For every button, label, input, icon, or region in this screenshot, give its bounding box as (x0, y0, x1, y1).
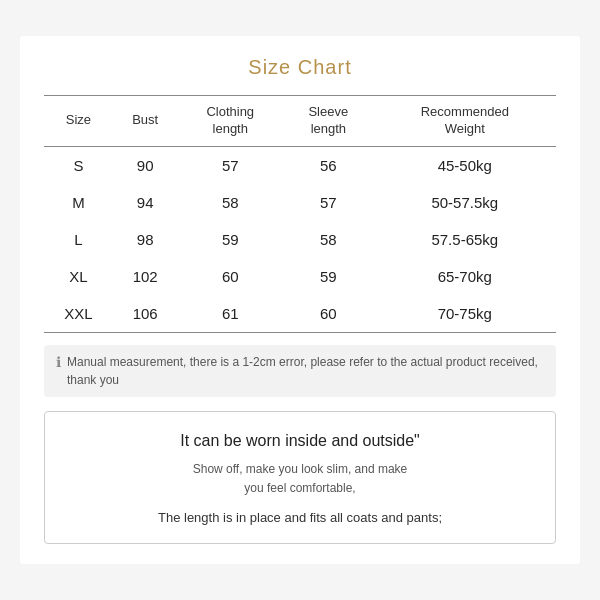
table-cell: XXL (44, 295, 113, 333)
table-row: S90575645-50kg (44, 146, 556, 184)
col-header-clothing-length: Clothinglength (177, 95, 283, 146)
table-cell: 57 (177, 146, 283, 184)
table-cell: 60 (283, 295, 374, 333)
col-header-weight: RecommendedWeight (374, 95, 556, 146)
table-cell: S (44, 146, 113, 184)
table-row: M94585750-57.5kg (44, 184, 556, 221)
promo-box: It can be worn inside and outside" Show … (44, 411, 556, 544)
table-cell: 106 (113, 295, 178, 333)
promo-subtitle: Show off, make you look slim, and makeyo… (61, 460, 539, 498)
promo-title: It can be worn inside and outside" (61, 432, 539, 450)
table-cell: 98 (113, 221, 178, 258)
main-container: Size Chart Size Bust Clothinglength Slee… (20, 36, 580, 564)
table-cell: M (44, 184, 113, 221)
table-cell: 57.5-65kg (374, 221, 556, 258)
col-header-size: Size (44, 95, 113, 146)
table-cell: 102 (113, 258, 178, 295)
table-cell: L (44, 221, 113, 258)
page-title: Size Chart (44, 56, 556, 79)
table-row: L98595857.5-65kg (44, 221, 556, 258)
table-cell: 61 (177, 295, 283, 333)
table-cell: 59 (177, 221, 283, 258)
table-row: XL102605965-70kg (44, 258, 556, 295)
table-cell: 58 (177, 184, 283, 221)
notice-box: ℹ Manual measurement, there is a 1-2cm e… (44, 345, 556, 397)
table-cell: 45-50kg (374, 146, 556, 184)
table-cell: 56 (283, 146, 374, 184)
size-chart-table: Size Bust Clothinglength Sleevelength Re… (44, 95, 556, 333)
table-cell: 65-70kg (374, 258, 556, 295)
table-cell: XL (44, 258, 113, 295)
promo-footer: The length is in place and fits all coat… (61, 510, 539, 525)
table-cell: 94 (113, 184, 178, 221)
table-cell: 57 (283, 184, 374, 221)
table-header-row: Size Bust Clothinglength Sleevelength Re… (44, 95, 556, 146)
notice-text: Manual measurement, there is a 1-2cm err… (67, 353, 544, 389)
table-cell: 70-75kg (374, 295, 556, 333)
col-header-bust: Bust (113, 95, 178, 146)
col-header-sleeve-length: Sleevelength (283, 95, 374, 146)
table-cell: 50-57.5kg (374, 184, 556, 221)
table-cell: 59 (283, 258, 374, 295)
table-cell: 60 (177, 258, 283, 295)
table-body: S90575645-50kgM94585750-57.5kgL98595857.… (44, 146, 556, 332)
table-cell: 58 (283, 221, 374, 258)
table-cell: 90 (113, 146, 178, 184)
table-row: XXL106616070-75kg (44, 295, 556, 333)
info-icon: ℹ (56, 354, 61, 370)
